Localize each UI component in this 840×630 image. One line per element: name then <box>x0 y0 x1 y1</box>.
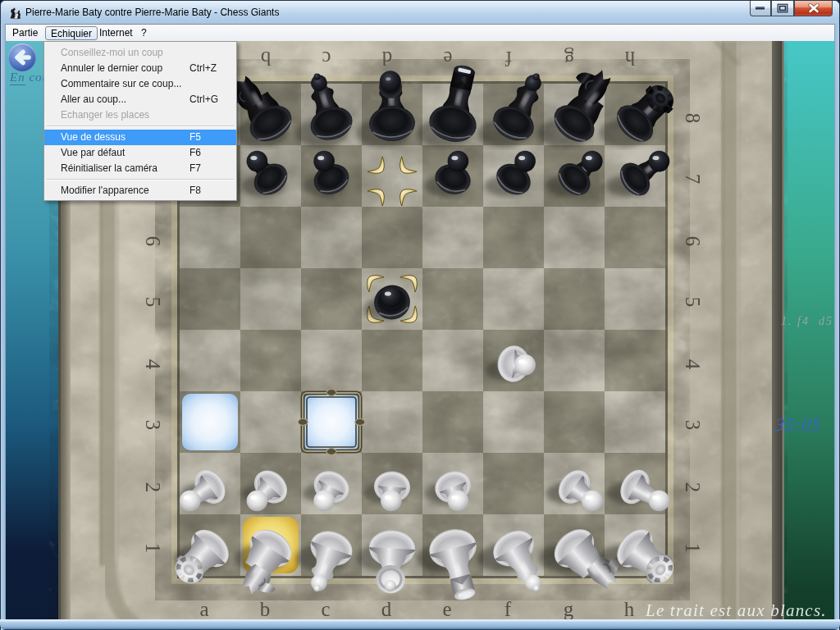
svg-text:d: d <box>381 598 392 619</box>
svg-text:5: 5 <box>142 297 164 308</box>
svg-text:c: c <box>321 598 330 619</box>
svg-text:1: 1 <box>682 543 704 554</box>
svg-text:7: 7 <box>682 174 704 185</box>
svg-text:1: 1 <box>142 543 164 554</box>
svg-text:a: a <box>199 598 208 619</box>
svg-text:f: f <box>504 48 512 70</box>
svg-text:3: 3 <box>682 420 704 431</box>
svg-text:b: b <box>260 598 271 619</box>
svg-text:5: 5 <box>682 297 704 308</box>
svg-text:g: g <box>564 598 574 619</box>
svg-text:h: h <box>624 598 635 619</box>
svg-text:6: 6 <box>682 236 704 247</box>
svg-text:f: f <box>504 598 512 619</box>
svg-text:c: c <box>322 48 331 70</box>
svg-text:h: h <box>624 48 635 70</box>
svg-text:8: 8 <box>682 113 704 124</box>
svg-text:2: 2 <box>142 482 164 493</box>
svg-text:d: d <box>381 48 392 70</box>
svg-text:e: e <box>443 48 452 70</box>
svg-text:3: 3 <box>142 420 164 431</box>
svg-text:4: 4 <box>142 359 164 370</box>
svg-text:4: 4 <box>682 359 704 370</box>
svg-text:g: g <box>564 48 574 70</box>
svg-text:e: e <box>442 598 451 619</box>
svg-text:2: 2 <box>682 482 704 493</box>
svg-text:6: 6 <box>142 236 164 247</box>
svg-text:b: b <box>261 48 272 70</box>
